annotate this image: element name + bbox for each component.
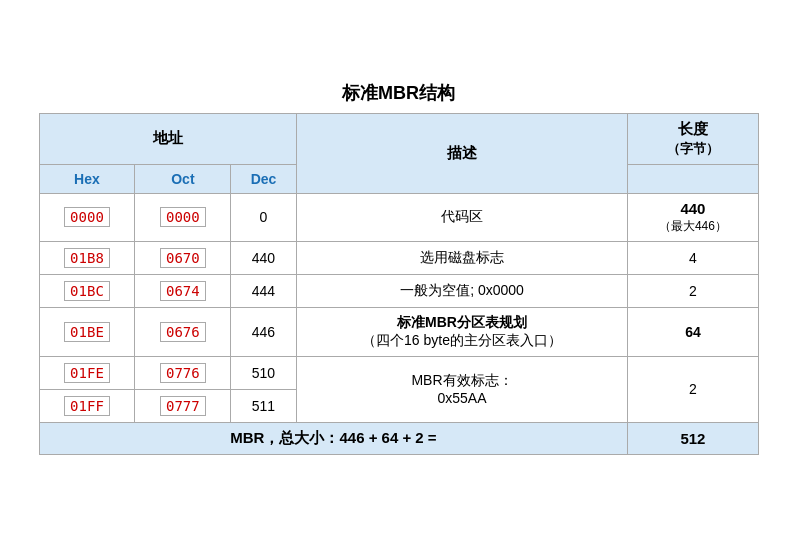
header-address: 地址 <box>39 113 296 164</box>
page-title: 标准MBR结构 <box>39 81 759 105</box>
cell-oct: 0674 <box>135 274 231 307</box>
header-description: 描述 <box>296 113 628 193</box>
header-len-repeat <box>628 164 758 193</box>
cell-dec: 446 <box>231 307 296 356</box>
table-row-valid-1: 01FE 0776 510 MBR有效标志：0x55AA 2 <box>39 356 758 389</box>
cell-oct: 0676 <box>135 307 231 356</box>
cell-desc: 标准MBR分区表规划 （四个16 byte的主分区表入口） <box>296 307 628 356</box>
cell-len-valid: 2 <box>628 356 758 422</box>
cell-desc: 选用磁盘标志 <box>296 241 628 274</box>
cell-len: 4 <box>628 241 758 274</box>
footer-label: MBR，总大小：446 + 64 + 2 = <box>39 422 628 454</box>
footer-value: 512 <box>628 422 758 454</box>
cell-dec: 0 <box>231 193 296 241</box>
cell-desc: 一般为空值; 0x0000 <box>296 274 628 307</box>
cell-hex: 01BC <box>39 274 135 307</box>
table-footer-row: MBR，总大小：446 + 64 + 2 = 512 <box>39 422 758 454</box>
cell-oct: 0000 <box>135 193 231 241</box>
table-row: 0000 0000 0 代码区 440 （最大446） <box>39 193 758 241</box>
cell-dec: 511 <box>231 389 296 422</box>
cell-hex: 01FF <box>39 389 135 422</box>
cell-dec: 440 <box>231 241 296 274</box>
mbr-table: 地址 描述 长度 （字节） Hex Oct Dec 0000 0000 0 <box>39 113 759 455</box>
cell-oct: 0776 <box>135 356 231 389</box>
cell-len: 64 <box>628 307 758 356</box>
cell-dec: 510 <box>231 356 296 389</box>
header-length: 长度 （字节） <box>628 113 758 164</box>
header-oct: Oct <box>135 164 231 193</box>
table-row: 01BE 0676 446 标准MBR分区表规划 （四个16 byte的主分区表… <box>39 307 758 356</box>
table-row: 01BC 0674 444 一般为空值; 0x0000 2 <box>39 274 758 307</box>
cell-oct: 0670 <box>135 241 231 274</box>
cell-hex: 01FE <box>39 356 135 389</box>
cell-len: 2 <box>628 274 758 307</box>
cell-desc: 代码区 <box>296 193 628 241</box>
cell-sub1: MBR有效标志：0x55AA <box>296 356 628 422</box>
table-wrapper: 标准MBR结构 地址 描述 长度 （字节） Hex Oct Dec 0000 <box>39 81 759 455</box>
header-dec: Dec <box>231 164 296 193</box>
cell-len: 440 （最大446） <box>628 193 758 241</box>
cell-hex: 01B8 <box>39 241 135 274</box>
header-hex: Hex <box>39 164 135 193</box>
cell-hex: 01BE <box>39 307 135 356</box>
table-row: 01B8 0670 440 选用磁盘标志 4 <box>39 241 758 274</box>
cell-hex: 0000 <box>39 193 135 241</box>
cell-dec: 444 <box>231 274 296 307</box>
cell-oct: 0777 <box>135 389 231 422</box>
